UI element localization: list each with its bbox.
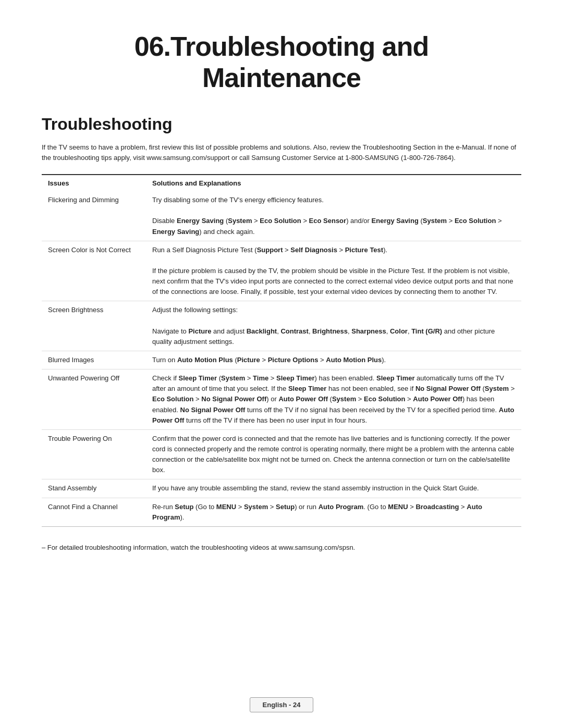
solution-cell: Adjust the following settings: Navigate … <box>146 301 521 351</box>
issue-cell: Blurred Images <box>42 351 146 369</box>
solution-cell: Re-run Setup (Go to MENU > System > Setu… <box>146 498 521 526</box>
chapter-title: 06.Troubleshooting andMaintenance <box>42 31 521 94</box>
issue-cell: Cannot Find a Channel <box>42 498 146 526</box>
issue-cell: Stand Assembly <box>42 479 146 498</box>
solution-cell: Run a Self Diagnosis Picture Test (Suppo… <box>146 241 521 301</box>
table-row: Trouble Powering On Confirm that the pow… <box>42 429 521 479</box>
solution-cell: Try disabling some of the TV's energy ef… <box>146 191 521 241</box>
table-row: Stand Assembly If you have any trouble a… <box>42 479 521 498</box>
footer-label: English - 24 <box>250 697 314 712</box>
table-row: Blurred Images Turn on Auto Motion Plus … <box>42 351 521 369</box>
col-header-solutions: Solutions and Explanations <box>146 175 521 191</box>
page-container: 06.Troubleshooting andMaintenance Troubl… <box>0 0 563 616</box>
table-row: Flickering and Dimming Try disabling som… <box>42 191 521 241</box>
table-header-row: Issues Solutions and Explanations <box>42 175 521 191</box>
col-header-issues: Issues <box>42 175 146 191</box>
solution-cell: Confirm that the power cord is connected… <box>146 429 521 479</box>
troubleshooting-table: Issues Solutions and Explanations Flicke… <box>42 174 521 527</box>
footnote: – For detailed troubleshooting informati… <box>42 542 521 553</box>
table-row: Screen Color is Not Correct Run a Self D… <box>42 241 521 301</box>
table-row: Unwanted Powering Off Check if Sleep Tim… <box>42 369 521 430</box>
solution-cell: If you have any trouble assembling the s… <box>146 479 521 498</box>
intro-text: If the TV seems to have a problem, first… <box>42 142 521 164</box>
solution-cell: Turn on Auto Motion Plus (Picture > Pict… <box>146 351 521 369</box>
footer: English - 24 <box>0 697 563 712</box>
issue-cell: Flickering and Dimming <box>42 191 146 241</box>
issue-cell: Trouble Powering On <box>42 429 146 479</box>
issue-cell: Screen Color is Not Correct <box>42 241 146 301</box>
section-title: Troubleshooting <box>42 115 521 134</box>
solution-cell: Check if Sleep Timer (System > Time > Sl… <box>146 369 521 430</box>
table-row: Cannot Find a Channel Re-run Setup (Go t… <box>42 498 521 526</box>
issue-cell: Screen Brightness <box>42 301 146 351</box>
issue-cell: Unwanted Powering Off <box>42 369 146 430</box>
table-row: Screen Brightness Adjust the following s… <box>42 301 521 351</box>
